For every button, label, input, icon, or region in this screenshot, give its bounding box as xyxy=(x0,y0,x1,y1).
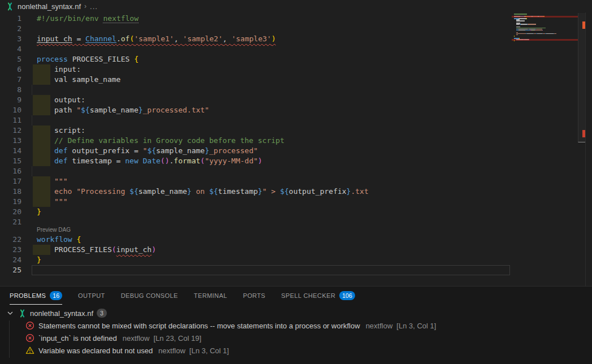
indent-highlight xyxy=(33,125,50,136)
indent-highlight xyxy=(33,95,50,105)
line-number: 12 xyxy=(0,125,21,136)
line-number: 8 xyxy=(0,85,21,95)
code-line-11[interactable]: 11 xyxy=(0,115,512,125)
problems-file-row[interactable]: nonlethal_syntax.nf 3 xyxy=(0,307,592,319)
line-number: 9 xyxy=(0,95,21,105)
problem-source: nextflow xyxy=(123,334,150,343)
code-editor[interactable]: 1#!/usr/bin/env nextflow23input_ch = Cha… xyxy=(0,12,592,286)
code-line-23[interactable]: 23PROCESS_FILES(input_ch) xyxy=(0,245,512,255)
code-line-10[interactable]: 10path "${sample_name}_processed.txt" xyxy=(0,105,512,115)
problems-list: Statements cannot be mixed with script d… xyxy=(0,319,592,357)
indent-guide xyxy=(32,166,32,176)
problem-row[interactable]: Variable was declared but not usednextfl… xyxy=(0,344,592,357)
indent-highlight xyxy=(33,105,50,115)
code-text: input: xyxy=(54,64,81,75)
code-line-14[interactable]: 14def output_prefix = "${sample_name}_pr… xyxy=(0,146,512,156)
problem-location: [Ln 3, Col 1] xyxy=(396,322,436,330)
problem-location: [Ln 3, Col 1] xyxy=(189,346,229,355)
minimap[interactable] xyxy=(512,12,578,286)
line-number: 21 xyxy=(0,217,21,227)
code-line-21[interactable]: 21 xyxy=(0,217,512,227)
code-line-24[interactable]: 24} xyxy=(0,255,512,265)
code-line-17[interactable]: 17""" xyxy=(0,176,512,187)
code-line-19[interactable]: 19""" xyxy=(0,197,512,207)
problem-source: nextflow xyxy=(158,346,185,355)
code-text: PROCESS_FILES(input_ch) xyxy=(54,245,156,255)
code-text: process PROCESS_FILES { xyxy=(37,54,139,64)
code-line-22[interactable]: 22workflow { xyxy=(0,235,512,245)
indent-highlight xyxy=(33,136,50,146)
panel-tab-output[interactable]: OUTPUT xyxy=(78,287,105,305)
problems-file-count-badge: 3 xyxy=(97,309,107,318)
code-line-3[interactable]: 3input_ch = Channel.of('sample1', 'sampl… xyxy=(0,34,512,44)
code-line-16[interactable]: 16 xyxy=(0,166,512,176)
indent-highlight xyxy=(33,197,50,207)
line-number: 20 xyxy=(0,207,21,217)
code-line-6[interactable]: 6input: xyxy=(0,64,512,75)
indent-highlight xyxy=(33,187,50,197)
code-line-18[interactable]: 18echo "Processing ${sample_name} on ${t… xyxy=(0,187,512,197)
line-number: 10 xyxy=(0,105,21,115)
panel-tab-bar: PROBLEMS16OUTPUTDEBUG CONSOLETERMINALPOR… xyxy=(0,287,592,305)
error-icon xyxy=(25,333,34,343)
line-number: 24 xyxy=(0,255,21,265)
panel-tab-label: DEBUG CONSOLE xyxy=(121,292,178,299)
indent-highlight xyxy=(33,146,50,156)
problems-file-name: nonlethal_syntax.nf xyxy=(30,309,93,318)
panel-tab-ports[interactable]: PORTS xyxy=(243,287,266,305)
indent-highlight xyxy=(33,245,50,255)
code-line-13[interactable]: 13// Define variables in Groovy code bef… xyxy=(0,136,512,146)
problems-tree: nonlethal_syntax.nf 3 Statements cannot … xyxy=(0,305,592,357)
minimap-line xyxy=(512,30,578,31)
panel-tab-debug-console[interactable]: DEBUG CONSOLE xyxy=(121,287,178,305)
line-number: 14 xyxy=(0,146,21,156)
nextflow-file-icon xyxy=(18,309,27,318)
error-icon xyxy=(25,333,34,343)
code-line-4[interactable]: 4 xyxy=(0,44,512,54)
line-number: 4 xyxy=(0,44,21,54)
overview-ruler-scrollbar[interactable] xyxy=(578,12,585,286)
code-line-9[interactable]: 9output: xyxy=(0,95,512,105)
vscode-window: nonlethal_syntax.nf › ... 1#!/usr/bin/en… xyxy=(0,0,592,364)
line-number: 2 xyxy=(0,24,21,34)
current-line-highlight xyxy=(32,265,510,275)
indent-guide xyxy=(32,85,32,95)
breadcrumb: nonlethal_syntax.nf › ... xyxy=(0,0,592,12)
problem-row[interactable]: Statements cannot be mixed with script d… xyxy=(0,319,592,332)
code-line-15[interactable]: 15def timestamp = new Date().format("yyy… xyxy=(0,156,512,166)
scrollbar-slider[interactable] xyxy=(578,13,585,142)
code-line-5[interactable]: 5process PROCESS_FILES { xyxy=(0,54,512,64)
chevron-right-icon: › xyxy=(84,2,87,10)
code-line-25[interactable]: 25 xyxy=(0,265,512,275)
minimap-line xyxy=(512,20,578,21)
line-number: 18 xyxy=(0,187,21,197)
code-line-12[interactable]: 12script: xyxy=(0,125,512,136)
minimap-error-highlight xyxy=(512,39,578,41)
indent-highlight xyxy=(33,75,50,85)
codelens-preview-dag[interactable]: Preview DAG xyxy=(37,226,71,233)
code-line-1[interactable]: 1#!/usr/bin/env nextflow xyxy=(0,14,512,24)
tree-indent-guide xyxy=(9,320,10,358)
panel-tab-spell-checker[interactable]: SPELL CHECKER106 xyxy=(281,287,355,305)
problem-row[interactable]: `input_ch` is not definednextflow[Ln 23,… xyxy=(0,332,592,344)
code-line-8[interactable]: 8 xyxy=(0,85,512,95)
line-number: 16 xyxy=(0,166,21,176)
nextflow-file-icon xyxy=(6,2,14,11)
code-line-2[interactable]: 2 xyxy=(0,24,512,34)
code-line-20[interactable]: 20} xyxy=(0,207,512,217)
minimap-line xyxy=(512,24,578,25)
code-text: """ xyxy=(54,197,67,207)
chevron-down-icon[interactable] xyxy=(6,309,15,318)
breadcrumb-more[interactable]: ... xyxy=(90,2,98,11)
error-icon xyxy=(25,321,34,330)
panel-tab-label: OUTPUT xyxy=(78,292,105,299)
code-line-7[interactable]: 7val sample_name xyxy=(0,75,512,85)
code-text: def timestamp = new Date().format("yyyy-… xyxy=(54,156,262,166)
warning-icon xyxy=(25,346,34,355)
breadcrumb-file[interactable]: nonlethal_syntax.nf xyxy=(18,2,81,11)
problem-source: nextflow xyxy=(366,322,393,330)
bottom-panel: PROBLEMS16OUTPUTDEBUG CONSOLETERMINALPOR… xyxy=(0,286,592,364)
panel-tab-label: SPELL CHECKER xyxy=(281,292,335,299)
panel-tab-terminal[interactable]: TERMINAL xyxy=(194,287,227,305)
panel-tab-problems[interactable]: PROBLEMS16 xyxy=(10,287,62,305)
